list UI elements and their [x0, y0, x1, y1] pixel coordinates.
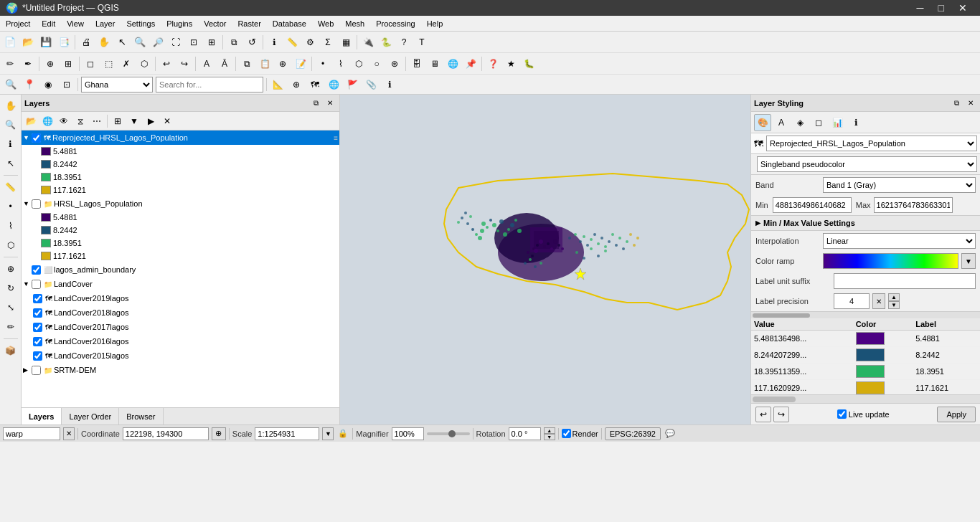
layer-check-landcover[interactable]: [32, 280, 41, 289]
edit-attr-btn[interactable]: 📝: [292, 55, 309, 72]
undo-btn[interactable]: ↩: [158, 55, 175, 72]
menu-web[interactable]: Web: [312, 18, 339, 29]
menu-mesh[interactable]: Mesh: [339, 18, 370, 29]
label-unit-input[interactable]: [834, 273, 976, 289]
location-add-btn[interactable]: 📍: [22, 77, 37, 92]
expand-icon-hrsl[interactable]: ▼: [23, 200, 30, 207]
layer-item-lc2016[interactable]: 🗺 LandCover2016lagos: [22, 334, 339, 348]
location-btn6[interactable]: 📎: [363, 77, 379, 92]
layer-item-landcover[interactable]: ▼ 📁 LandCover: [22, 277, 339, 291]
menu-processing[interactable]: Processing: [370, 18, 420, 29]
report-btn[interactable]: 🐛: [520, 55, 537, 72]
add-wms-btn[interactable]: 🌐: [39, 113, 55, 129]
menu-edit[interactable]: Edit: [36, 18, 61, 29]
map-canvas[interactable]: [340, 95, 750, 424]
layer-remove-btn[interactable]: ✕: [159, 113, 175, 129]
style-3d-btn[interactable]: ◻: [810, 114, 827, 131]
layer-check-reprojected[interactable]: [32, 133, 41, 143]
save-as-button[interactable]: 📑: [55, 34, 72, 51]
magnifier-input[interactable]: [392, 427, 424, 440]
menu-settings[interactable]: Settings: [121, 18, 161, 29]
help-button[interactable]: ?: [395, 34, 413, 51]
menu-vector[interactable]: Vector: [198, 18, 232, 29]
style-label-btn[interactable]: A: [773, 114, 790, 131]
color-ramp-display[interactable]: [823, 253, 958, 269]
expand-icon-srtm[interactable]: ▶: [23, 366, 30, 374]
tool-identify[interactable]: ℹ: [1, 135, 20, 153]
min-input[interactable]: [773, 197, 852, 213]
lock-scale-btn[interactable]: 🔒: [336, 427, 349, 440]
measure-button[interactable]: 📏: [283, 34, 301, 51]
epsg-btn[interactable]: EPSG:26392: [605, 427, 661, 440]
precision-clear-btn[interactable]: ✕: [872, 293, 885, 309]
tool-select[interactable]: ↖: [1, 154, 20, 173]
minimize-button[interactable]: ─: [910, 0, 931, 16]
menu-database[interactable]: Database: [267, 18, 312, 29]
location-btn1[interactable]: 📐: [270, 77, 286, 92]
layer-add-group-btn[interactable]: ⊞: [110, 113, 126, 129]
tool-digitize[interactable]: ✏: [1, 318, 20, 336]
color-cell-4[interactable]: [853, 380, 913, 395]
log-messages-btn[interactable]: 💬: [664, 427, 677, 440]
expand-icon-landcover[interactable]: ▼: [23, 280, 30, 288]
live-update-checkbox[interactable]: [837, 409, 847, 419]
precision-up-btn[interactable]: ▲: [888, 293, 900, 301]
magnifier-slider-thumb[interactable]: [448, 430, 456, 437]
layer-item-hrsl[interactable]: ▼ 📁 HRSL_Lagos_Population: [22, 196, 339, 211]
color-ramp-dropdown-btn[interactable]: ▼: [961, 253, 976, 269]
table-scrollbar-h2[interactable]: [751, 394, 980, 403]
styling-layer-select[interactable]: Reprojected_HRSL_Lagos_Population: [766, 136, 977, 151]
layer-check-hrsl[interactable]: [32, 199, 41, 209]
redo-style-btn[interactable]: ↪: [773, 407, 789, 422]
label-tool-btn[interactable]: A: [198, 55, 215, 72]
select-poly-btn[interactable]: ⬚: [100, 55, 117, 72]
layer-vis-btn[interactable]: 👁: [56, 113, 72, 129]
zoom-out-button[interactable]: 🔎: [149, 34, 166, 51]
color-table-scrollbar-h[interactable]: [751, 311, 980, 318]
add-line-btn[interactable]: ⌇: [332, 55, 349, 72]
location-icon-btn[interactable]: 🔍: [3, 77, 19, 92]
tab-browser[interactable]: Browser: [119, 408, 163, 424]
tool-point[interactable]: •: [1, 197, 20, 216]
deselect-btn[interactable]: ✗: [118, 55, 135, 72]
digitize2-btn[interactable]: ✒: [19, 55, 37, 72]
label-tool2-btn[interactable]: Ā: [216, 55, 233, 72]
layer-check-lc2015[interactable]: [33, 351, 42, 361]
tab-layer-order[interactable]: Layer Order: [62, 408, 119, 424]
layer-check-lc2018[interactable]: [33, 308, 42, 318]
layer-check-lc2017[interactable]: [33, 323, 42, 332]
zoom-layer-button[interactable]: ⊡: [185, 34, 202, 51]
style-paint-btn[interactable]: 🎨: [754, 114, 771, 131]
tool-line[interactable]: ⌇: [1, 217, 20, 235]
rotation-down-btn[interactable]: ▼: [544, 434, 555, 440]
scale-input[interactable]: [255, 427, 319, 440]
menu-plugins[interactable]: Plugins: [161, 18, 198, 29]
invert-sel-btn[interactable]: ⬡: [136, 55, 153, 72]
zoom-full-button[interactable]: ⛶: [167, 34, 184, 51]
coordinate-icon-btn[interactable]: ⊕: [212, 427, 226, 440]
menu-raster[interactable]: Raster: [232, 18, 266, 29]
menu-view[interactable]: View: [61, 18, 90, 29]
layer-collapse-btn[interactable]: ▶: [143, 113, 159, 129]
print-layout-button[interactable]: 🖨: [77, 34, 95, 51]
location-select-btn[interactable]: ◉: [40, 77, 56, 92]
qgis-server-btn[interactable]: 🖥: [426, 55, 443, 72]
max-input[interactable]: [874, 197, 953, 213]
layer-check-lc2016[interactable]: [33, 337, 42, 346]
maximize-button[interactable]: □: [931, 0, 951, 16]
panel-float-btn[interactable]: ⧉: [309, 97, 322, 110]
new-project-button[interactable]: 📄: [1, 34, 19, 51]
add-point-btn[interactable]: •: [314, 55, 331, 72]
layer-item-lc2017[interactable]: 🗺 LandCover2017lagos: [22, 320, 339, 334]
pan-button[interactable]: ✋: [95, 34, 113, 51]
tool-box[interactable]: 📦: [1, 341, 20, 360]
tool-polygon[interactable]: ⬡: [1, 236, 20, 255]
add-poly-btn[interactable]: ⬡: [350, 55, 367, 72]
redo-btn[interactable]: ↪: [176, 55, 193, 72]
layer-check-lagos-admin[interactable]: [32, 265, 41, 275]
digitize-btn[interactable]: ✏: [1, 55, 19, 72]
tab-layers[interactable]: Layers: [22, 408, 62, 424]
color-cell-2[interactable]: [853, 347, 913, 364]
close-button[interactable]: ✕: [951, 0, 974, 16]
help2-btn[interactable]: ❓: [484, 55, 501, 72]
